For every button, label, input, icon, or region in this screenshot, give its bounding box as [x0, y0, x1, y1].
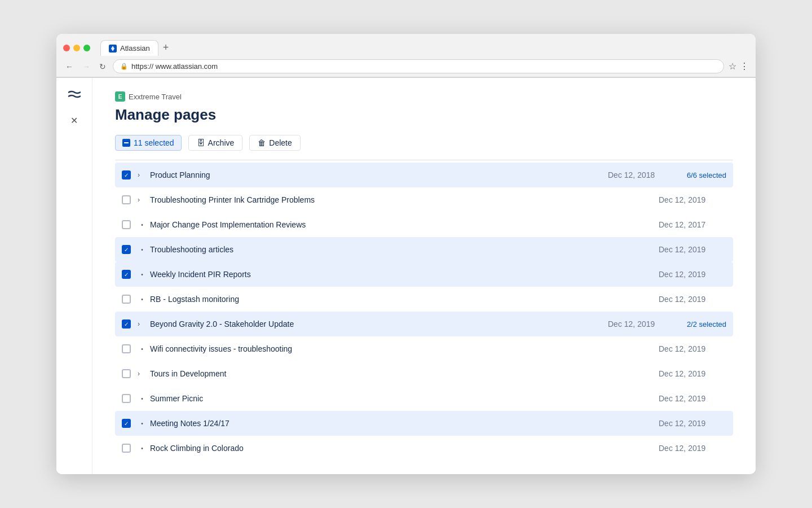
- tab-title: Atlassian: [120, 44, 150, 52]
- row-title: Rock Climbing in Colorado: [150, 444, 659, 453]
- row-checkbox[interactable]: [122, 170, 131, 179]
- row-title: Product Planning: [150, 170, 608, 179]
- table-divider: [115, 160, 733, 160]
- bullet-icon: •: [138, 247, 147, 253]
- close-window-btn[interactable]: [63, 45, 70, 51]
- row-checkbox[interactable]: [122, 394, 131, 403]
- minimize-window-btn[interactable]: [73, 45, 80, 51]
- table-row[interactable]: ›Beyond Gravity 2.0 - Stakeholder Update…: [115, 312, 733, 336]
- bullet-icon: •: [138, 271, 147, 278]
- table-row[interactable]: •Wifi connectivity issues - troubleshoot…: [115, 336, 733, 361]
- row-date: Dec 12, 2019: [659, 369, 726, 378]
- row-date: Dec 12, 2019: [659, 419, 726, 428]
- row-checkbox[interactable]: [122, 295, 131, 304]
- address-bar[interactable]: 🔒 https:// www.atlassian.com: [113, 59, 724, 73]
- row-checkbox[interactable]: [122, 270, 131, 279]
- row-title: RB - Logstash monitoring: [150, 295, 659, 304]
- row-title: Troubleshooting articles: [150, 245, 659, 254]
- table-row[interactable]: •Troubleshooting articlesDec 12, 2019: [115, 237, 733, 262]
- row-checkbox[interactable]: [122, 444, 131, 453]
- confluence-logo-icon: [68, 87, 81, 104]
- row-title: Weekly Incident PIR Reports: [150, 270, 659, 279]
- browser-titlebar: Atlassian +: [56, 34, 756, 56]
- project-icon: E: [115, 91, 125, 102]
- table-row[interactable]: •RB - Logstash monitoringDec 12, 2019: [115, 287, 733, 312]
- row-checkbox[interactable]: [122, 319, 131, 329]
- row-date: Dec 12, 2019: [608, 319, 676, 329]
- breadcrumb-text: Exxtreme Travel: [129, 93, 182, 101]
- bullet-icon: •: [138, 421, 147, 427]
- table-row[interactable]: ›Tours in DevelopmentDec 12, 2019: [115, 361, 733, 386]
- pages-list: ›Product PlanningDec 12, 20186/6 selecte…: [115, 163, 733, 461]
- row-title: Beyond Gravity 2.0 - Stakeholder Update: [150, 319, 608, 329]
- star-icon[interactable]: ☆: [729, 61, 736, 72]
- refresh-button[interactable]: ↻: [97, 61, 108, 72]
- row-title: Troubleshooting Printer Ink Cartridge Pr…: [150, 195, 659, 204]
- archive-button[interactable]: 🗄 Archive: [188, 135, 243, 151]
- row-date: Dec 12, 2019: [659, 444, 726, 453]
- breadcrumb: E Exxtreme Travel: [115, 91, 733, 102]
- row-checkbox[interactable]: [122, 195, 131, 204]
- row-date: Dec 12, 2019: [659, 270, 726, 279]
- table-row[interactable]: ›Troubleshooting Printer Ink Cartridge P…: [115, 187, 733, 212]
- row-date: Dec 12, 2019: [659, 245, 726, 254]
- row-title: Summer Picnic: [150, 394, 659, 403]
- bullet-icon: •: [138, 396, 147, 402]
- row-date: Dec 12, 2019: [659, 344, 726, 353]
- row-checkbox[interactable]: [122, 220, 131, 229]
- delete-icon: 🗑: [258, 138, 266, 147]
- row-checkbox[interactable]: [122, 369, 131, 378]
- delete-label: Delete: [269, 138, 292, 147]
- table-row[interactable]: •Summer PicnicDec 12, 2019: [115, 386, 733, 411]
- row-date: Dec 12, 2019: [659, 195, 726, 204]
- bullet-icon: •: [138, 346, 147, 352]
- close-sidebar-icon[interactable]: ✕: [70, 115, 78, 126]
- toolbar-actions: ☆ ⋮: [729, 61, 749, 72]
- new-tab-button[interactable]: +: [158, 40, 174, 56]
- row-title: Tours in Development: [150, 369, 659, 378]
- expand-icon: ›: [138, 171, 147, 179]
- back-button[interactable]: ←: [63, 61, 76, 72]
- tab-bar: Atlassian +: [100, 40, 173, 56]
- main-content: E Exxtreme Travel Manage pages 11 select…: [92, 78, 756, 474]
- table-row[interactable]: •Weekly Incident PIR ReportsDec 12, 2019: [115, 262, 733, 287]
- more-icon[interactable]: ⋮: [740, 61, 749, 72]
- maximize-window-btn[interactable]: [83, 45, 90, 51]
- row-selected-count: 2/2 selected: [676, 320, 726, 329]
- row-title: Meeting Notes 1/24/17: [150, 419, 659, 428]
- row-title: Wifi connectivity issues - troubleshooti…: [150, 344, 659, 353]
- app-body: ✕ E Exxtreme Travel Manage pages 11 sele…: [56, 78, 756, 474]
- forward-button[interactable]: →: [80, 61, 92, 72]
- bullet-icon: •: [138, 296, 147, 303]
- row-checkbox[interactable]: [122, 419, 131, 428]
- row-date: Dec 12, 2018: [608, 170, 676, 179]
- bullet-icon: •: [138, 222, 147, 228]
- delete-button[interactable]: 🗑 Delete: [249, 135, 300, 151]
- table-row[interactable]: •Rock Climbing in ColoradoDec 12, 2019: [115, 436, 733, 461]
- archive-label: Archive: [208, 138, 235, 147]
- row-checkbox[interactable]: [122, 245, 131, 254]
- table-row[interactable]: ›Product PlanningDec 12, 20186/6 selecte…: [115, 163, 733, 187]
- active-tab[interactable]: Atlassian: [100, 40, 158, 56]
- row-date: Dec 12, 2019: [659, 295, 726, 304]
- expand-icon: ›: [138, 320, 147, 328]
- table-row[interactable]: •Major Change Post Implementation Review…: [115, 212, 733, 237]
- row-date: Dec 12, 2017: [659, 220, 726, 229]
- selected-badge: 11 selected: [115, 135, 182, 151]
- selected-badge-icon: [122, 139, 130, 147]
- archive-icon: 🗄: [197, 138, 205, 147]
- expand-icon: ›: [138, 196, 147, 204]
- row-checkbox[interactable]: [122, 344, 131, 353]
- action-bar: 11 selected 🗄 Archive 🗑 Delete: [115, 135, 733, 151]
- expand-icon: ›: [138, 370, 147, 378]
- page-title: Manage pages: [115, 106, 733, 124]
- row-date: Dec 12, 2019: [659, 394, 726, 403]
- url-text: https:// www.atlassian.com: [131, 62, 218, 71]
- selected-count-label: 11 selected: [134, 138, 174, 147]
- browser-chrome: Atlassian + ← → ↻ 🔒 https:// www.atlassi…: [56, 34, 756, 78]
- window-controls: [63, 45, 90, 51]
- lock-icon: 🔒: [120, 63, 128, 70]
- row-title: Major Change Post Implementation Reviews: [150, 220, 659, 229]
- table-row[interactable]: •Meeting Notes 1/24/17Dec 12, 2019: [115, 411, 733, 436]
- sidebar: ✕: [56, 78, 92, 474]
